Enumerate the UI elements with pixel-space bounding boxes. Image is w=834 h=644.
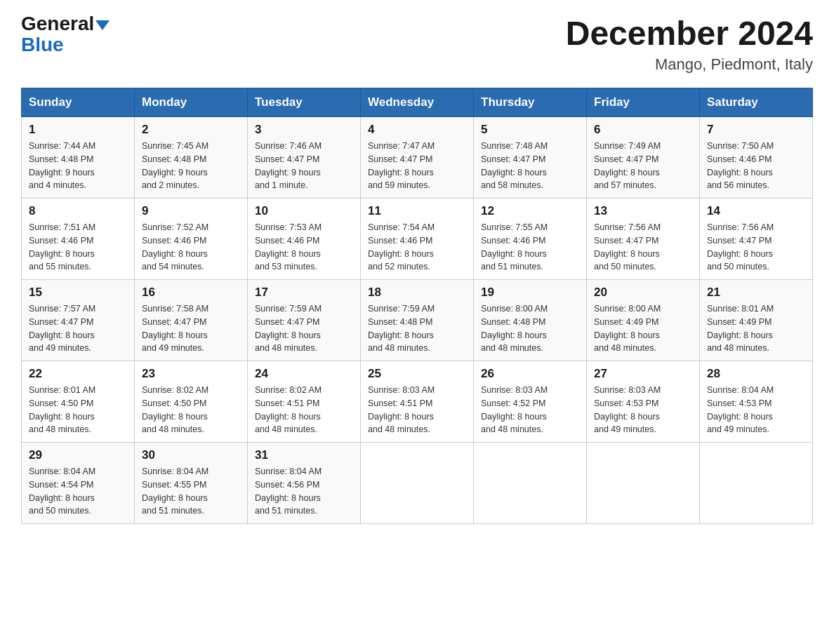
table-row: 7Sunrise: 7:50 AMSunset: 4:46 PMDaylight… — [700, 117, 813, 199]
day-number: 30 — [142, 448, 240, 462]
day-info: Sunrise: 7:59 AMSunset: 4:47 PMDaylight:… — [255, 302, 353, 355]
day-number: 9 — [142, 204, 240, 218]
table-row: 11Sunrise: 7:54 AMSunset: 4:46 PMDayligh… — [361, 199, 474, 280]
day-number: 21 — [707, 286, 805, 300]
day-number: 4 — [368, 123, 466, 137]
day-info: Sunrise: 8:00 AMSunset: 4:48 PMDaylight:… — [481, 302, 579, 355]
day-info: Sunrise: 8:04 AMSunset: 4:54 PMDaylight:… — [29, 465, 127, 518]
day-info: Sunrise: 8:03 AMSunset: 4:52 PMDaylight:… — [481, 384, 579, 436]
title-block: December 2024 Mango, Piedmont, Italy — [566, 14, 813, 74]
day-info: Sunrise: 8:04 AMSunset: 4:56 PMDaylight:… — [255, 465, 353, 518]
day-number: 17 — [255, 286, 353, 300]
col-sunday: Sunday — [22, 88, 135, 117]
day-number: 6 — [594, 123, 692, 137]
day-number: 23 — [142, 367, 240, 381]
day-number: 29 — [29, 448, 127, 462]
day-info: Sunrise: 7:44 AMSunset: 4:48 PMDaylight:… — [29, 140, 127, 192]
col-wednesday: Wednesday — [361, 88, 474, 117]
day-number: 1 — [29, 123, 127, 137]
day-info: Sunrise: 7:58 AMSunset: 4:47 PMDaylight:… — [142, 302, 240, 355]
day-number: 12 — [481, 204, 579, 218]
day-number: 31 — [255, 448, 353, 462]
day-info: Sunrise: 8:02 AMSunset: 4:50 PMDaylight:… — [142, 384, 240, 436]
logo-triangle-icon — [95, 20, 110, 30]
table-row: 16Sunrise: 7:58 AMSunset: 4:47 PMDayligh… — [135, 280, 248, 361]
day-info: Sunrise: 7:54 AMSunset: 4:46 PMDaylight:… — [368, 221, 466, 274]
page-subtitle: Mango, Piedmont, Italy — [566, 55, 813, 74]
day-number: 8 — [29, 204, 127, 218]
table-row — [474, 443, 587, 524]
day-number: 27 — [594, 367, 692, 381]
day-info: Sunrise: 8:01 AMSunset: 4:50 PMDaylight:… — [29, 384, 127, 436]
col-saturday: Saturday — [700, 88, 813, 117]
table-row: 26Sunrise: 8:03 AMSunset: 4:52 PMDayligh… — [474, 361, 587, 443]
table-row: 12Sunrise: 7:55 AMSunset: 4:46 PMDayligh… — [474, 199, 587, 280]
day-info: Sunrise: 8:00 AMSunset: 4:49 PMDaylight:… — [594, 302, 692, 355]
table-row: 17Sunrise: 7:59 AMSunset: 4:47 PMDayligh… — [248, 280, 361, 361]
day-info: Sunrise: 7:46 AMSunset: 4:47 PMDaylight:… — [255, 140, 353, 192]
table-row: 31Sunrise: 8:04 AMSunset: 4:56 PMDayligh… — [248, 443, 361, 524]
day-info: Sunrise: 8:02 AMSunset: 4:51 PMDaylight:… — [255, 384, 353, 436]
table-row: 22Sunrise: 8:01 AMSunset: 4:50 PMDayligh… — [22, 361, 135, 443]
day-info: Sunrise: 7:59 AMSunset: 4:48 PMDaylight:… — [368, 302, 466, 355]
day-number: 25 — [368, 367, 466, 381]
table-row: 29Sunrise: 8:04 AMSunset: 4:54 PMDayligh… — [22, 443, 135, 524]
table-row: 23Sunrise: 8:02 AMSunset: 4:50 PMDayligh… — [135, 361, 248, 443]
day-number: 2 — [142, 123, 240, 137]
day-info: Sunrise: 8:04 AMSunset: 4:53 PMDaylight:… — [707, 384, 805, 436]
day-info: Sunrise: 7:45 AMSunset: 4:48 PMDaylight:… — [142, 140, 240, 192]
day-number: 14 — [707, 204, 805, 218]
day-number: 15 — [29, 286, 127, 300]
calendar-table: Sunday Monday Tuesday Wednesday Thursday… — [21, 88, 813, 524]
table-row: 18Sunrise: 7:59 AMSunset: 4:48 PMDayligh… — [361, 280, 474, 361]
day-number: 20 — [594, 286, 692, 300]
table-row: 9Sunrise: 7:52 AMSunset: 4:46 PMDaylight… — [135, 199, 248, 280]
day-number: 10 — [255, 204, 353, 218]
table-row: 1Sunrise: 7:44 AMSunset: 4:48 PMDaylight… — [22, 117, 135, 199]
day-number: 11 — [368, 204, 466, 218]
day-info: Sunrise: 7:48 AMSunset: 4:47 PMDaylight:… — [481, 140, 579, 192]
col-tuesday: Tuesday — [248, 88, 361, 117]
calendar-body: 1Sunrise: 7:44 AMSunset: 4:48 PMDaylight… — [22, 117, 813, 524]
col-monday: Monday — [135, 88, 248, 117]
table-row — [361, 443, 474, 524]
page-title: December 2024 — [566, 14, 813, 53]
table-row: 27Sunrise: 8:03 AMSunset: 4:53 PMDayligh… — [587, 361, 700, 443]
table-row: 8Sunrise: 7:51 AMSunset: 4:46 PMDaylight… — [22, 199, 135, 280]
day-info: Sunrise: 7:56 AMSunset: 4:47 PMDaylight:… — [707, 221, 805, 274]
day-info: Sunrise: 8:03 AMSunset: 4:53 PMDaylight:… — [594, 384, 692, 436]
day-info: Sunrise: 7:47 AMSunset: 4:47 PMDaylight:… — [368, 140, 466, 192]
table-row: 4Sunrise: 7:47 AMSunset: 4:47 PMDaylight… — [361, 117, 474, 199]
col-friday: Friday — [587, 88, 700, 117]
logo-blue: Blue — [21, 35, 64, 55]
table-row: 5Sunrise: 7:48 AMSunset: 4:47 PMDaylight… — [474, 117, 587, 199]
day-number: 16 — [142, 286, 240, 300]
day-number: 22 — [29, 367, 127, 381]
day-info: Sunrise: 7:57 AMSunset: 4:47 PMDaylight:… — [29, 302, 127, 355]
table-row: 21Sunrise: 8:01 AMSunset: 4:49 PMDayligh… — [700, 280, 813, 361]
page-header: General Blue December 2024 Mango, Piedmo… — [21, 14, 813, 74]
day-info: Sunrise: 8:04 AMSunset: 4:55 PMDaylight:… — [142, 465, 240, 518]
calendar-header: Sunday Monday Tuesday Wednesday Thursday… — [22, 88, 813, 117]
table-row: 14Sunrise: 7:56 AMSunset: 4:47 PMDayligh… — [700, 199, 813, 280]
table-row: 13Sunrise: 7:56 AMSunset: 4:47 PMDayligh… — [587, 199, 700, 280]
day-info: Sunrise: 7:56 AMSunset: 4:47 PMDaylight:… — [594, 221, 692, 274]
day-info: Sunrise: 7:51 AMSunset: 4:46 PMDaylight:… — [29, 221, 127, 274]
day-info: Sunrise: 7:49 AMSunset: 4:47 PMDaylight:… — [594, 140, 692, 192]
table-row: 15Sunrise: 7:57 AMSunset: 4:47 PMDayligh… — [22, 280, 135, 361]
table-row: 24Sunrise: 8:02 AMSunset: 4:51 PMDayligh… — [248, 361, 361, 443]
table-row — [587, 443, 700, 524]
table-row — [700, 443, 813, 524]
table-row: 30Sunrise: 8:04 AMSunset: 4:55 PMDayligh… — [135, 443, 248, 524]
day-number: 24 — [255, 367, 353, 381]
day-number: 13 — [594, 204, 692, 218]
logo: General Blue — [21, 14, 110, 55]
day-number: 26 — [481, 367, 579, 381]
table-row: 6Sunrise: 7:49 AMSunset: 4:47 PMDaylight… — [587, 117, 700, 199]
day-info: Sunrise: 8:01 AMSunset: 4:49 PMDaylight:… — [707, 302, 805, 355]
logo-general: General — [21, 13, 94, 34]
day-info: Sunrise: 7:50 AMSunset: 4:46 PMDaylight:… — [707, 140, 805, 192]
day-number: 7 — [707, 123, 805, 137]
table-row: 25Sunrise: 8:03 AMSunset: 4:51 PMDayligh… — [361, 361, 474, 443]
day-number: 18 — [368, 286, 466, 300]
